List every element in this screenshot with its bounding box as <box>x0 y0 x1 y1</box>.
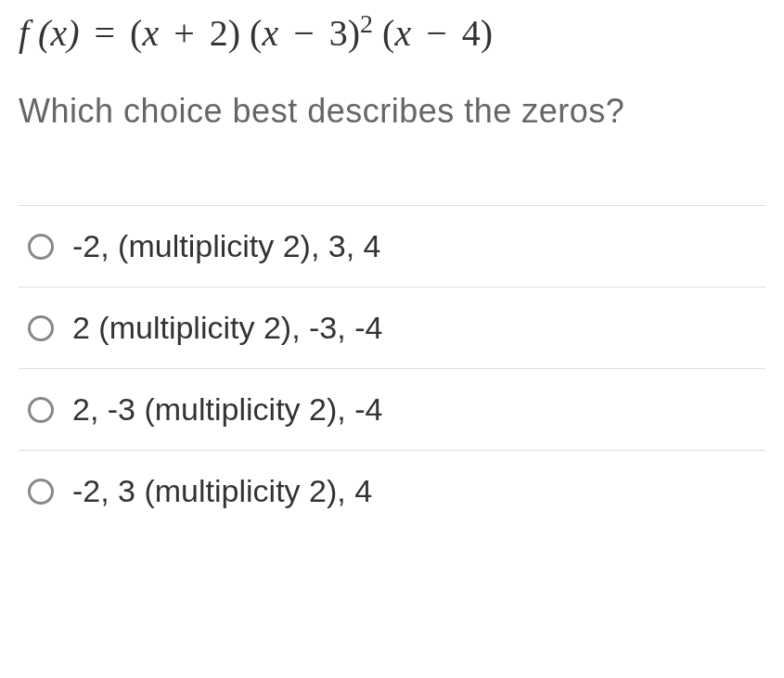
minus-op-2: − <box>417 12 456 54</box>
plus-op: + <box>164 12 204 54</box>
radio-icon <box>28 315 54 341</box>
option-text: -2, 3 (multiplicity 2), 4 <box>72 473 372 509</box>
equation-display: f (x) = (x + 2) (x − 3)2 (x − 4) <box>19 9 765 55</box>
paren-close-2: ) <box>348 12 360 54</box>
paren-open-2: ( <box>240 12 262 54</box>
equals-sign: = <box>85 12 125 54</box>
equation-lhs: f (x) <box>19 12 80 54</box>
minus-op-1: − <box>284 12 324 54</box>
paren-open-1: ( <box>130 12 142 54</box>
option-text: -2, (multiplicity 2), 3, 4 <box>72 228 381 264</box>
num-4: 4 <box>462 12 481 54</box>
paren-close-1: ) <box>228 12 240 54</box>
question-text: Which choice best describes the zeros? <box>19 92 765 131</box>
option-2[interactable]: 2 (multiplicity 2), -3, -4 <box>19 287 765 368</box>
num-2: 2 <box>210 12 228 54</box>
radio-icon <box>28 479 54 505</box>
var-x-1: x <box>142 12 159 54</box>
radio-icon <box>28 234 54 260</box>
radio-icon <box>28 397 54 423</box>
exponent-2: 2 <box>360 9 373 38</box>
paren-open-3: ( <box>373 12 394 54</box>
var-x-3: x <box>394 12 411 54</box>
num-3: 3 <box>329 12 348 54</box>
option-text: 2 (multiplicity 2), -3, -4 <box>72 310 382 346</box>
option-text: 2, -3 (multiplicity 2), -4 <box>72 391 382 428</box>
options-list: -2, (multiplicity 2), 3, 4 2 (multiplici… <box>19 205 765 531</box>
option-1[interactable]: -2, (multiplicity 2), 3, 4 <box>19 205 765 287</box>
paren-close-3: ) <box>481 12 493 54</box>
option-3[interactable]: 2, -3 (multiplicity 2), -4 <box>19 368 765 450</box>
option-4[interactable]: -2, 3 (multiplicity 2), 4 <box>19 450 765 531</box>
var-x-2: x <box>262 12 278 54</box>
